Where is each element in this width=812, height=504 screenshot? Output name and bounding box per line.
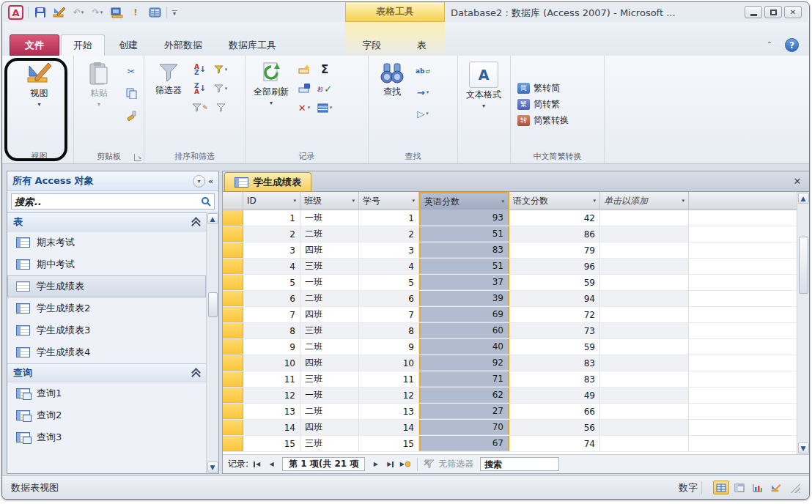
column-dropdown-icon[interactable]: ▾ bbox=[593, 198, 596, 204]
row-selector[interactable] bbox=[223, 436, 243, 451]
table-cell[interactable]: 8 bbox=[359, 323, 419, 338]
table-cell[interactable]: 4 bbox=[359, 259, 419, 274]
pivotchart-view-button[interactable] bbox=[750, 481, 766, 494]
help-icon[interactable]: ? bbox=[785, 38, 799, 52]
table-cell[interactable]: 56 bbox=[509, 420, 600, 435]
row-selector[interactable] bbox=[223, 275, 243, 290]
tab-database-tools[interactable]: 数据库工具 bbox=[216, 34, 289, 56]
nav-item[interactable]: 学生成绩表4 bbox=[7, 341, 206, 363]
table-cell[interactable]: 四班 bbox=[300, 355, 359, 371]
table-cell[interactable]: 三班 bbox=[300, 371, 359, 387]
replace-icon[interactable]: ab⇄ bbox=[414, 62, 432, 80]
column-header[interactable]: ID▾ bbox=[243, 192, 300, 210]
remove-sort-icon[interactable]: ✎ bbox=[191, 99, 209, 116]
table-cell[interactable]: 92 bbox=[419, 355, 509, 371]
table-cell[interactable]: 四班 bbox=[300, 420, 359, 435]
delete-record-icon[interactable]: ✕▾ bbox=[295, 99, 313, 116]
table-cell[interactable]: 15 bbox=[243, 436, 300, 451]
advanced-filter-icon[interactable]: ▾ bbox=[212, 80, 229, 97]
view-button[interactable]: 视图 ▾ bbox=[18, 58, 61, 151]
table-cell[interactable]: 3 bbox=[243, 242, 300, 258]
table-cell[interactable]: 二班 bbox=[300, 339, 359, 355]
table-cell[interactable]: 59 bbox=[509, 339, 600, 355]
table-cell[interactable]: 13 bbox=[359, 404, 419, 419]
table-cell[interactable]: 86 bbox=[509, 226, 600, 242]
table-cell[interactable]: 83 bbox=[509, 355, 600, 371]
tab-create[interactable]: 创建 bbox=[106, 34, 150, 56]
traditional-to-simplified-button[interactable]: 简 繁转简 bbox=[517, 82, 569, 94]
table-cell[interactable]: 27 bbox=[419, 404, 509, 419]
column-header[interactable]: 语文分数▾ bbox=[509, 192, 600, 210]
row-selector[interactable] bbox=[223, 323, 243, 338]
datasheet-icon[interactable] bbox=[147, 6, 162, 20]
table-cell[interactable]: 62 bbox=[419, 388, 509, 403]
table-cell[interactable] bbox=[600, 323, 689, 338]
new-record-button[interactable]: ▶ bbox=[399, 458, 411, 471]
row-selector[interactable] bbox=[223, 291, 243, 306]
column-dropdown-icon[interactable]: ▾ bbox=[352, 198, 355, 204]
paste-button[interactable]: 粘贴 ▾ bbox=[78, 58, 120, 151]
table-cell[interactable]: 11 bbox=[243, 371, 300, 387]
table-cell[interactable]: 12 bbox=[359, 388, 419, 403]
table-cell[interactable]: 一班 bbox=[300, 275, 359, 290]
column-dropdown-icon[interactable]: ▾ bbox=[293, 198, 296, 204]
design-view-icon[interactable] bbox=[52, 6, 67, 20]
table-cell[interactable]: 9 bbox=[243, 339, 300, 355]
select-icon[interactable]: ▷▾ bbox=[414, 105, 432, 122]
table-cell[interactable]: 70 bbox=[419, 420, 509, 435]
filter-status[interactable]: 无筛选器 bbox=[424, 458, 473, 470]
table-cell[interactable]: 39 bbox=[419, 291, 509, 306]
table-cell[interactable] bbox=[600, 355, 689, 371]
cut-icon[interactable]: ✂ bbox=[122, 62, 140, 80]
table-cell[interactable]: 51 bbox=[419, 259, 509, 274]
copy-icon[interactable] bbox=[122, 84, 140, 102]
table-cell[interactable]: 83 bbox=[419, 242, 509, 258]
record-search-input[interactable] bbox=[484, 459, 555, 470]
selection-filter-icon[interactable]: ▾ bbox=[212, 61, 229, 78]
search-icon[interactable] bbox=[201, 196, 211, 207]
nav-section-header[interactable]: 查询 bbox=[7, 363, 206, 382]
save-record-icon[interactable] bbox=[295, 80, 313, 97]
resize-grip[interactable] bbox=[790, 483, 800, 493]
table-cell[interactable]: 94 bbox=[509, 291, 600, 306]
table-cell[interactable]: 69 bbox=[419, 307, 509, 322]
undo-icon[interactable]: ↶▾ bbox=[71, 6, 86, 20]
nav-search-input[interactable] bbox=[15, 196, 201, 207]
table-cell[interactable]: 40 bbox=[419, 339, 509, 355]
table-cell[interactable] bbox=[600, 291, 689, 306]
sort-descending-icon[interactable]: ZA↓ bbox=[191, 80, 209, 97]
datasheet-scrollbar[interactable]: ▲ ▼ bbox=[797, 192, 809, 454]
scroll-down-icon[interactable]: ▼ bbox=[207, 462, 218, 472]
collapse-section-icon[interactable] bbox=[192, 218, 200, 226]
table-cell[interactable]: 14 bbox=[243, 420, 300, 435]
row-selector[interactable] bbox=[223, 259, 243, 274]
row-selector[interactable] bbox=[223, 388, 243, 403]
switch-windows-icon[interactable] bbox=[109, 6, 124, 20]
table-cell[interactable]: 1 bbox=[243, 210, 300, 226]
text-format-button[interactable]: A 文本格式 ▾ bbox=[462, 58, 506, 151]
row-selector[interactable] bbox=[223, 339, 243, 355]
table-cell[interactable]: 42 bbox=[509, 210, 600, 226]
table-cell[interactable] bbox=[600, 259, 689, 274]
design-view-button[interactable] bbox=[768, 481, 784, 494]
nav-scroll-thumb[interactable] bbox=[208, 292, 218, 317]
simplified-traditional-convert-button[interactable]: 转 简繁转换 bbox=[517, 114, 569, 127]
close-button[interactable]: ✕ bbox=[784, 6, 802, 18]
next-record-button[interactable]: ▶ bbox=[369, 458, 382, 471]
totals-icon[interactable]: Σ bbox=[316, 61, 333, 78]
row-selector[interactable] bbox=[223, 226, 243, 242]
table-cell[interactable]: 72 bbox=[509, 307, 600, 322]
table-cell[interactable]: 2 bbox=[243, 226, 300, 242]
restore-button[interactable] bbox=[764, 6, 782, 18]
nav-item[interactable]: 学生成绩表3 bbox=[7, 319, 206, 341]
table-cell[interactable]: 14 bbox=[359, 420, 419, 435]
save-icon[interactable] bbox=[33, 6, 48, 20]
table-cell[interactable] bbox=[600, 275, 689, 290]
column-dropdown-icon[interactable]: ▾ bbox=[682, 198, 684, 204]
first-record-button[interactable]: ◀ bbox=[251, 458, 263, 471]
table-cell[interactable] bbox=[600, 307, 689, 322]
row-selector[interactable] bbox=[223, 420, 243, 435]
table-cell[interactable]: 49 bbox=[509, 388, 600, 403]
table-cell[interactable]: 二班 bbox=[300, 226, 359, 242]
table-cell[interactable]: 66 bbox=[509, 404, 600, 419]
